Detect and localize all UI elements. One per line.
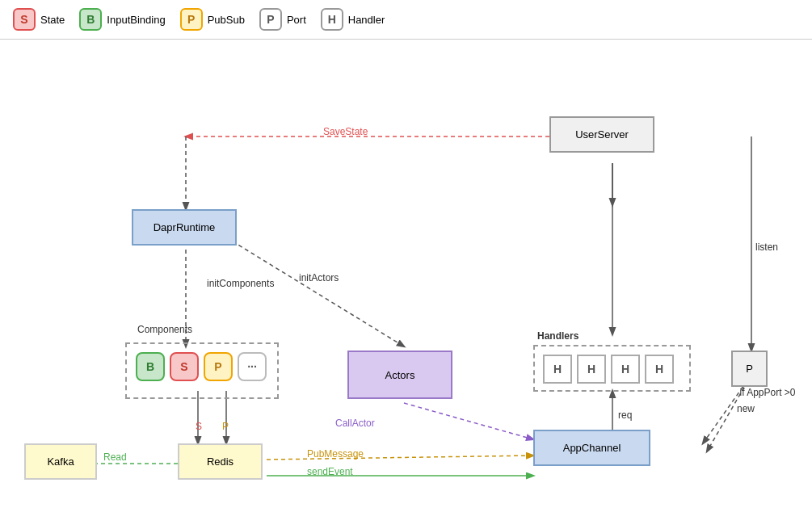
redis-box: Redis [178, 443, 263, 480]
port-badge: P [259, 8, 282, 31]
port-p-label: P [746, 363, 753, 375]
diagram-svg [0, 40, 812, 508]
new-label: new [737, 403, 755, 414]
if-app-port-label: if AppPort >0 [735, 387, 800, 398]
handler-h3-icon: H [611, 355, 640, 384]
app-channel-label: AppChannel [563, 442, 621, 454]
diagram: UserServer DaprRuntime Components B S P … [0, 40, 812, 508]
legend: S State B InputBinding P PubSub P Port H… [0, 0, 812, 40]
handler-icons: H H H H [543, 355, 674, 384]
legend-pubsub: P PubSub [180, 8, 245, 31]
pubsub-badge: P [180, 8, 203, 31]
kafka-box: Kafka [24, 443, 97, 480]
read-label: Read [103, 451, 127, 463]
components-label: Components [137, 324, 192, 335]
component-icons: B S P ··· [136, 352, 267, 381]
dapr-runtime-label: DaprRuntime [154, 221, 216, 233]
pub-message-label: PubMessage [307, 448, 364, 460]
dapr-runtime-box: DaprRuntime [132, 209, 237, 246]
actors-label: Actors [385, 369, 415, 381]
redis-label: Redis [207, 456, 234, 468]
legend-state: S State [13, 8, 65, 31]
svg-line-3 [226, 237, 404, 346]
handler-h1-icon: H [543, 355, 572, 384]
init-actors-label: initActors [299, 272, 339, 283]
handler-badge: H [321, 8, 343, 31]
state-label: State [40, 14, 65, 26]
p-arrow-label: P [222, 421, 229, 432]
comp-p-icon: P [204, 352, 233, 381]
send-event-label: sendEvent [307, 466, 353, 477]
listen-label: listen [755, 241, 778, 253]
comp-dots-icon: ··· [238, 352, 267, 381]
handler-label: Handler [348, 14, 385, 26]
s-arrow-label: S [196, 421, 202, 432]
save-state-label: SaveState [323, 126, 368, 137]
kafka-label: Kafka [47, 456, 74, 468]
port-label: Port [287, 14, 306, 26]
inputbinding-label: InputBinding [107, 14, 165, 26]
app-channel-box: AppChannel [533, 430, 650, 466]
user-server-label: UserServer [575, 128, 629, 141]
comp-b-icon: B [136, 352, 165, 381]
inputbinding-badge: B [79, 8, 102, 31]
port-p-box: P [731, 351, 768, 387]
legend-inputbinding: B InputBinding [79, 8, 165, 31]
state-badge: S [13, 8, 36, 31]
req-label: req [618, 409, 632, 421]
handler-h4-icon: H [645, 355, 674, 384]
user-server-box: UserServer [549, 116, 654, 153]
handlers-label: Handlers [537, 330, 578, 342]
pubsub-label: PubSub [208, 14, 245, 26]
init-components-label: initComponents [207, 278, 274, 289]
svg-line-8 [404, 403, 533, 439]
legend-handler: H Handler [321, 8, 385, 31]
legend-port: P Port [259, 8, 306, 31]
comp-s-icon: S [170, 352, 199, 381]
handler-h2-icon: H [577, 355, 606, 384]
actors-box: Actors [347, 351, 452, 399]
call-actor-label: CallActor [335, 418, 375, 429]
